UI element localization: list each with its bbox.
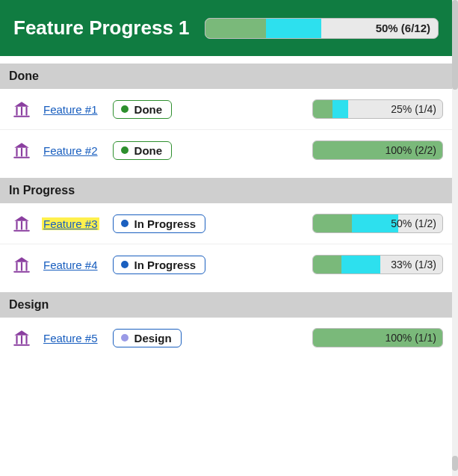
status-dot-icon [121,261,129,268]
status-label: Done [134,144,163,157]
group: Design Feature #5 Design 100% (1/1) [0,292,452,358]
row-progress-bar: 33% (1/3) [312,255,443,274]
group: In Progress Feature #3 In Progress 50% (… [0,178,452,285]
row-progress-bar: 100% (1/1) [312,328,443,347]
row-progress-wrap: 100% (2/2) [312,140,443,160]
group-header: Done [0,64,452,89]
progress-label: 25% (1/4) [313,103,442,115]
row-progress-wrap: 100% (1/1) [312,328,443,347]
status-label: Done [134,103,163,116]
bank-icon [12,140,31,160]
progress-label: 100% (2/2) [313,144,442,156]
bank-icon [12,214,31,233]
status-pill-design[interactable]: Design [113,329,182,347]
bank-icon [12,328,31,347]
feature-row: Feature #4 In Progress 33% (1/3) [0,244,452,285]
row-progress-bar: 50% (1/2) [312,214,443,233]
status-label: In Progress [134,259,196,271]
status-label: Design [134,332,172,344]
group-header: In Progress [0,178,452,203]
progress-label: 33% (1/3) [313,259,442,271]
scrollbar-thumb-top[interactable] [452,0,458,90]
feature-link[interactable]: Feature #4 [42,259,99,271]
progress-label: 50% (6/12) [205,22,438,34]
status-dot-icon [121,220,129,227]
feature-link[interactable]: Feature #1 [42,103,99,116]
feature-link[interactable]: Feature #5 [42,332,99,344]
status-pill-inprog[interactable]: In Progress [113,256,206,274]
feature-row: Feature #3 In Progress 50% (1/2) [0,203,452,244]
feature-link[interactable]: Feature #2 [42,144,99,157]
feature-link[interactable]: Feature #3 [42,217,99,230]
scrollbar[interactable] [452,0,458,476]
status-pill-inprog[interactable]: In Progress [113,214,206,233]
status-label: In Progress [134,217,196,230]
row-progress-bar: 25% (1/4) [312,99,443,119]
status-pill-done[interactable]: Done [113,100,173,119]
feature-row: Feature #2 Done 100% (2/2) [0,130,452,170]
status-dot-icon [121,105,129,113]
header-progress-bar: 50% (6/12) [205,18,439,39]
bank-icon [12,255,31,274]
row-progress-wrap: 33% (1/3) [312,255,443,274]
bank-icon [12,99,31,119]
progress-label: 50% (1/2) [313,217,442,229]
scrollbar-thumb-bottom[interactable] [452,456,458,471]
status-dot-icon [121,334,129,341]
page-title: Feature Progress 1 [13,16,190,40]
progress-label: 100% (1/1) [313,332,442,344]
row-progress-wrap: 50% (1/2) [312,214,443,233]
header: Feature Progress 1 50% (6/12) [0,0,452,56]
group: Done Feature #1 Done 25% (1/4) [0,64,452,170]
status-pill-done[interactable]: Done [113,141,173,160]
feature-row: Feature #1 Done 25% (1/4) [0,89,452,130]
row-progress-wrap: 25% (1/4) [312,99,443,119]
feature-row: Feature #5 Design 100% (1/1) [0,318,452,358]
row-progress-bar: 100% (2/2) [312,140,443,160]
group-header: Design [0,292,452,318]
status-dot-icon [121,146,129,154]
